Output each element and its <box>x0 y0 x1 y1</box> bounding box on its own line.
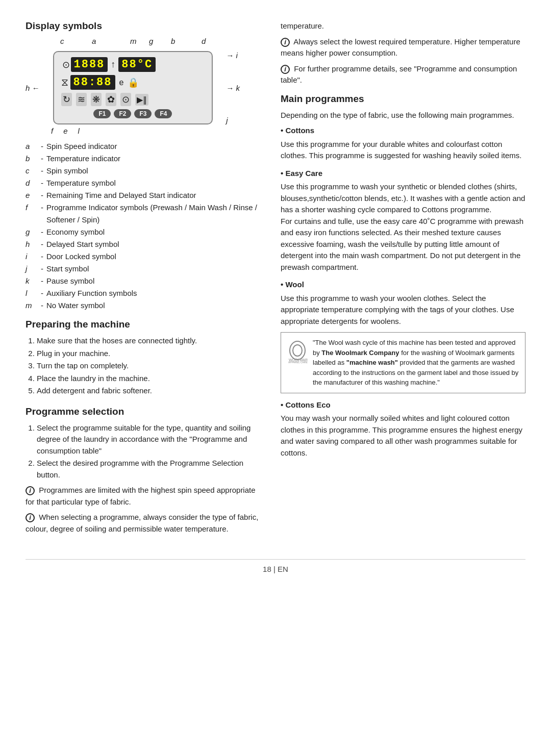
preparing-heading: Preparing the machine <box>26 319 260 330</box>
info-icon-3: i <box>281 38 290 47</box>
symbol-item-h: h - Delayed Start symbol <box>26 238 260 250</box>
preparing-step-3: Turn the tap on completely. <box>37 360 260 372</box>
svg-point-0 <box>290 341 305 360</box>
programme-cottons: • Cottons Use this programme for your du… <box>281 125 525 162</box>
programme-selection-steps: Select the programme suitable for the ty… <box>37 422 260 481</box>
right-info-1: i Always select the lowest required temp… <box>281 36 525 59</box>
temp-digits: 88°C <box>118 57 156 72</box>
prog-icon-rinse: ❋ <box>91 93 102 106</box>
label-h: h ← <box>26 51 43 124</box>
symbol-item-j: j - Start symbol <box>26 263 260 275</box>
cottons-heading: • Cottons <box>281 125 525 137</box>
label-c: c <box>60 37 64 45</box>
programme-cottons-eco: • Cottons Eco You may wash your normally… <box>281 399 525 459</box>
label-f: f <box>51 127 53 135</box>
programme-easy-care: • Easy Care Use this programme to wash y… <box>281 168 525 273</box>
preparing-steps: Make sure that the hoses are connected t… <box>37 335 260 397</box>
main-programmes-section: Main programmes Depending on the type of… <box>281 93 525 459</box>
label-l: l <box>78 127 80 135</box>
footer-separator: | <box>273 565 278 573</box>
arrow-up-icon: ↑ <box>111 59 115 70</box>
main-programmes-heading: Main programmes <box>281 93 525 105</box>
lock-icon: 🔒 <box>128 77 139 88</box>
hourglass-icon: ⧖ <box>61 77 68 88</box>
spin-digits: 1888 <box>71 57 108 72</box>
diagram-top-labels: c a m g b d <box>26 37 240 51</box>
prog-step-2: Select the desired programme with the Pr… <box>37 458 260 481</box>
info-icon-1: i <box>26 486 35 495</box>
label-b: b <box>171 37 175 45</box>
symbol-item-l: l - Auxiliary Function symbols <box>26 287 260 299</box>
woolmark-logo-icon: WOOLMARK APPAREL CARE <box>287 338 308 388</box>
right-labels: → i → k j <box>223 51 240 124</box>
label-g: g <box>149 37 153 45</box>
wool-text: Use this programme to wash your woolen c… <box>281 293 525 327</box>
fn-button-f4[interactable]: F4 <box>155 109 172 118</box>
prog-step-1: Select the programme suitable for the ty… <box>37 422 260 457</box>
cottons-eco-heading: • Cottons Eco <box>281 399 525 411</box>
diagram-middle: h ← ⊙ 1888 ↑ 88°C ⧖ <box>26 51 240 124</box>
preparing-step-1: Make sure that the hoses are connected t… <box>37 335 260 347</box>
cottons-text: Use this programme for your durable whit… <box>281 139 525 162</box>
preparing-step-5: Add detergent and fabric softener. <box>37 385 260 397</box>
prog-icon-mainwash: ≋ <box>76 93 87 106</box>
symbol-item-f: f - Programme Indicator symbols (Prewash… <box>26 201 260 226</box>
programme-selection-heading: Programme selection <box>26 406 260 417</box>
display-panel-wrapper: ⊙ 1888 ↑ 88°C ⧖ 88:88 e 🔒 <box>43 51 223 124</box>
fn-button-f2[interactable]: F2 <box>114 109 131 118</box>
left-column: Display symbols c a m g b d h ← <box>26 20 260 544</box>
programme-selection-section: Programme selection Select the programme… <box>26 406 260 535</box>
woolmark-box: WOOLMARK APPAREL CARE "The Wool wash cyc… <box>281 332 525 393</box>
programme-wool: • Wool Use this programme to wash your w… <box>281 279 525 393</box>
wool-heading: • Wool <box>281 279 525 291</box>
e-symbol-icon: e <box>119 78 124 87</box>
spin-symbol-icon: ⊙ <box>62 59 70 70</box>
panel-row2: ⧖ 88:88 e 🔒 <box>61 75 205 90</box>
svg-text:APPAREL CARE: APPAREL CARE <box>288 361 308 363</box>
prog-icon-spin: ⊙ <box>120 93 131 106</box>
prog-info-2: i When selecting a programme, always con… <box>26 512 260 535</box>
symbol-item-d: d - Temperature symbol <box>26 177 260 189</box>
footer-lang: EN <box>278 565 288 573</box>
symbol-item-g: g - Economy symbol <box>26 226 260 238</box>
symbol-item-a: a - Spin Speed indicator <box>26 140 260 153</box>
right-column: temperature. i Always select the lowest … <box>281 20 525 544</box>
diagram-bottom-labels: f e l <box>26 127 240 135</box>
right-info-2: i For further programme details, see "Pr… <box>281 63 525 86</box>
fn-button-f1[interactable]: F1 <box>93 109 111 118</box>
display-symbols-heading: Display symbols <box>26 20 260 32</box>
note-temp-intro: temperature. <box>281 20 525 32</box>
prog-icon-prewash: ↻ <box>61 93 72 106</box>
main-programmes-intro: Depending on the type of fabric, use the… <box>281 110 525 121</box>
symbol-list: a - Spin Speed indicator b - Temperature… <box>26 140 260 312</box>
easy-care-heading: • Easy Care <box>281 168 525 180</box>
preparing-step-2: Plug in your machine. <box>37 348 260 360</box>
svg-point-1 <box>293 345 302 356</box>
page-layout: Display symbols c a m g b d h ← <box>26 20 525 544</box>
info-icon-4: i <box>281 65 290 74</box>
panel-row4: F1 F2 F3 F4 <box>61 109 205 118</box>
symbol-item-e: e - Remaining Time and Delayed Start ind… <box>26 189 260 201</box>
page-footer: 18 | EN <box>26 559 525 573</box>
info-icon-2: i <box>26 513 35 522</box>
right-top-notes: temperature. i Always select the lowest … <box>281 20 525 86</box>
fn-button-f3[interactable]: F3 <box>134 109 152 118</box>
cottons-eco-text: You may wash your normally soiled whites… <box>281 413 525 459</box>
prog-icon-softener: ✿ <box>106 93 116 106</box>
label-e: e <box>63 127 67 135</box>
label-m: m <box>130 37 137 45</box>
preparing-section: Preparing the machine Make sure that the… <box>26 319 260 397</box>
symbol-item-m: m - No Water symbol <box>26 299 260 312</box>
symbol-item-b: b - Temperature indicator <box>26 153 260 165</box>
label-a: a <box>92 37 96 45</box>
panel-row1: ⊙ 1888 ↑ 88°C <box>61 57 205 72</box>
display-diagram: c a m g b d h ← ⊙ 1888 <box>26 37 240 135</box>
symbol-item-k: k - Pause symbol <box>26 275 260 287</box>
symbol-item-i: i - Door Locked symbol <box>26 250 260 263</box>
label-d: d <box>202 37 206 45</box>
easy-care-text: Use this programme to wash your syntheti… <box>281 181 525 273</box>
panel-row3: ↻ ≋ ❋ ✿ ⊙ ▶‖ <box>61 93 205 106</box>
display-panel: ⊙ 1888 ↑ 88°C ⧖ 88:88 e 🔒 <box>53 51 213 124</box>
time-digits: 88:88 <box>70 75 115 90</box>
preparing-step-4: Place the laundry in the machine. <box>37 373 260 385</box>
